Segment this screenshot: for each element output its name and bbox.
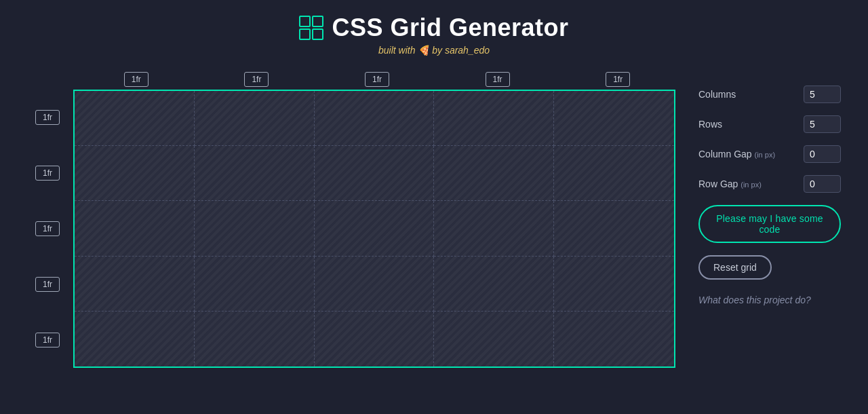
grid-cell: [315, 91, 435, 146]
columns-control-row: Columns: [698, 86, 841, 103]
grid-cell: [554, 257, 674, 312]
grid-cell: [554, 312, 674, 366]
grid-canvas: [73, 90, 675, 368]
col-gap-label: Column Gap (in px): [698, 149, 775, 159]
svg-rect-2: [300, 29, 310, 39]
svg-rect-0: [300, 16, 310, 26]
grid-cell: [315, 201, 435, 256]
col-label-badge-4: 1fr: [486, 72, 510, 87]
row-label-badge-5: 1fr: [35, 333, 60, 347]
col-label-4: 1fr: [437, 72, 558, 87]
app-title: CSS Grid Generator: [332, 14, 568, 42]
grid-cell: [554, 146, 674, 201]
col-label-5: 1fr: [557, 72, 678, 87]
grid-cell: [434, 91, 554, 146]
grid-with-row-labels: 1fr 1fr 1fr 1fr 1fr: [27, 90, 675, 368]
columns-input[interactable]: [804, 86, 841, 103]
row-gap-label: Row Gap (in px): [698, 178, 762, 189]
row-label-badge-4: 1fr: [35, 277, 60, 292]
row-label-3: 1fr: [27, 201, 68, 257]
grid-icon: [299, 16, 323, 40]
grid-cell: [195, 312, 315, 366]
row-label-badge-2: 1fr: [35, 166, 60, 181]
grid-cell: [75, 91, 195, 146]
column-labels-row: 1fr 1fr 1fr 1fr 1fr: [76, 72, 678, 87]
col-label-badge-3: 1fr: [365, 72, 389, 87]
grid-cell: [554, 91, 674, 146]
grid-cell: [434, 146, 554, 201]
col-label-1: 1fr: [76, 72, 197, 87]
reset-grid-button[interactable]: Reset grid: [698, 255, 772, 280]
subtitle: built with 🍕 by sarah_edo: [378, 45, 490, 56]
header-title-row: CSS Grid Generator: [299, 14, 568, 42]
svg-rect-1: [313, 16, 323, 26]
what-does-text: What does this project do?: [698, 295, 841, 305]
grid-cell: [195, 201, 315, 256]
header: CSS Grid Generator built with 🍕 by sarah…: [299, 14, 568, 56]
controls-panel: Columns Rows Column Gap (in px) Row Gap …: [698, 72, 841, 305]
main-content: 1fr 1fr 1fr 1fr 1fr 1fr: [27, 72, 841, 368]
grid-cell: [75, 312, 195, 366]
col-label-3: 1fr: [317, 72, 437, 87]
row-label-2: 1fr: [27, 145, 68, 201]
row-label-5: 1fr: [27, 312, 68, 368]
row-label-4: 1fr: [27, 257, 68, 312]
col-gap-input[interactable]: [804, 145, 841, 163]
grid-cell: [195, 91, 315, 146]
row-label-badge-1: 1fr: [35, 110, 60, 125]
col-label-2: 1fr: [197, 72, 317, 87]
grid-cell: [554, 201, 674, 256]
row-labels-col: 1fr 1fr 1fr 1fr 1fr: [27, 90, 68, 368]
grid-cell: [315, 146, 435, 201]
grid-cell: [434, 257, 554, 312]
svg-rect-3: [313, 29, 323, 39]
get-code-button[interactable]: Please may I have some code: [698, 205, 841, 243]
rows-control-row: Rows: [698, 115, 841, 133]
col-label-badge-1: 1fr: [124, 72, 149, 87]
grid-cell: [315, 312, 435, 366]
grid-cell: [195, 257, 315, 312]
columns-label: Columns: [698, 89, 736, 100]
rows-label: Rows: [698, 119, 722, 130]
row-gap-input[interactable]: [804, 175, 841, 193]
col-label-badge-2: 1fr: [244, 72, 269, 87]
rows-input[interactable]: [804, 115, 841, 133]
grid-cell: [75, 257, 195, 312]
col-gap-control-row: Column Gap (in px): [698, 145, 841, 163]
app-container: CSS Grid Generator built with 🍕 by sarah…: [0, 0, 868, 368]
col-label-badge-5: 1fr: [606, 72, 630, 87]
grid-cell: [75, 201, 195, 256]
row-label-1: 1fr: [27, 90, 68, 145]
row-label-badge-3: 1fr: [35, 221, 60, 236]
grid-cell: [75, 146, 195, 201]
grid-cell: [195, 146, 315, 201]
grid-section: 1fr 1fr 1fr 1fr 1fr 1fr: [27, 72, 678, 368]
grid-cell: [434, 201, 554, 256]
grid-cell: [434, 312, 554, 366]
row-gap-control-row: Row Gap (in px): [698, 175, 841, 193]
grid-cell: [315, 257, 435, 312]
